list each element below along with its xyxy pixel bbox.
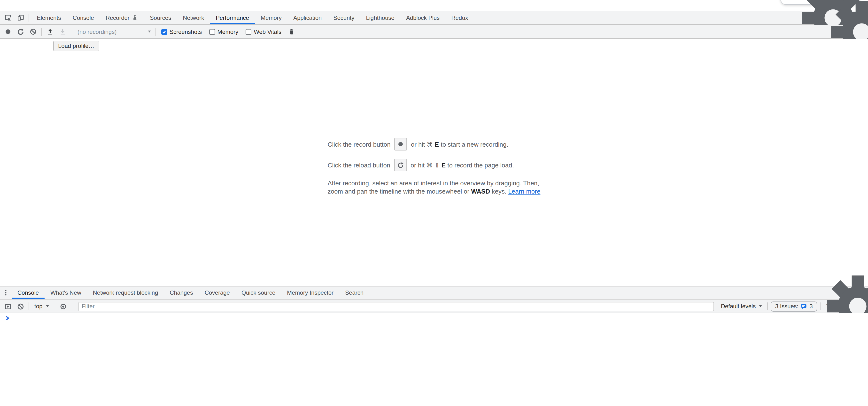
context-select-value: top: [34, 303, 42, 310]
tab-memory-inspector[interactable]: Memory Inspector: [281, 286, 339, 299]
divider: [29, 302, 29, 310]
tab-label: Changes: [170, 290, 193, 296]
tab-network-request-blocking[interactable]: Network request blocking: [87, 286, 164, 299]
tab-changes[interactable]: Changes: [164, 286, 199, 299]
tab-performance[interactable]: Performance: [210, 11, 255, 24]
drawer-tabbar: ConsoleWhat's NewNetwork request blockin…: [0, 286, 868, 300]
load-profile-button[interactable]: [43, 25, 56, 38]
performance-landing: Click the record button or hit ⌘ E to st…: [328, 138, 540, 196]
live-expression-button[interactable]: [57, 300, 69, 313]
checkbox-label: Memory: [217, 28, 238, 35]
tab-label: Network request blocking: [93, 290, 158, 296]
tab-application[interactable]: Application: [287, 11, 328, 24]
tab-label: Security: [333, 14, 354, 21]
tab-label: Memory Inspector: [287, 290, 334, 296]
tab-quick-source[interactable]: Quick source: [236, 286, 281, 299]
tab-label: Application: [293, 14, 321, 21]
tab-label: Sources: [150, 14, 171, 21]
block-icon: [29, 28, 37, 35]
performance-panel-content: Click the record button or hit ⌘ E to st…: [0, 39, 868, 286]
divider: [71, 302, 72, 310]
drawer-menu-button[interactable]: [0, 286, 11, 299]
eye-icon: [60, 303, 67, 310]
tooltip-text: Load profile…: [58, 42, 94, 49]
tab-label: Lighthouse: [366, 14, 394, 21]
tab-console[interactable]: Console: [11, 286, 44, 299]
tab-network[interactable]: Network: [177, 11, 210, 24]
tab-memory[interactable]: Memory: [255, 11, 287, 24]
learn-more-link[interactable]: Learn more: [508, 188, 540, 195]
execution-context-select[interactable]: top: [31, 301, 53, 312]
record-instruction-line: Click the record button or hit ⌘ E to st…: [328, 138, 540, 150]
divider: [41, 28, 42, 36]
chevron-down-icon: [147, 30, 152, 34]
recordings-select[interactable]: (no recordings): [73, 26, 154, 37]
reload-and-record-button[interactable]: [14, 25, 27, 38]
tab-console[interactable]: Console: [67, 11, 100, 24]
checkbox-label: Screenshots: [169, 28, 202, 35]
tab-label: Console: [18, 290, 39, 296]
console-messages-area[interactable]: [0, 313, 868, 406]
gc-trash-button[interactable]: [285, 25, 298, 38]
main-tab-strip: ElementsConsoleRecorderSourcesNetworkPer…: [31, 11, 474, 24]
divider: [767, 302, 768, 310]
tab-label: Memory: [260, 14, 282, 21]
record-button-illustration[interactable]: [395, 138, 407, 150]
reload-button-illustration[interactable]: [394, 159, 407, 171]
tab-coverage[interactable]: Coverage: [199, 286, 236, 299]
clear-console-button[interactable]: [14, 300, 27, 313]
tab-sources[interactable]: Sources: [144, 11, 177, 24]
tab-security[interactable]: Security: [328, 11, 360, 24]
tab-elements[interactable]: Elements: [31, 11, 67, 24]
console-prompt-chevron-icon: [5, 315, 10, 321]
console-filter-input[interactable]: [78, 302, 714, 311]
reload-instruction-before: Click the reload button: [328, 161, 391, 169]
tab-recorder[interactable]: Recorder: [100, 11, 144, 24]
tab-label: Performance: [216, 14, 249, 21]
checkbox-checked-icon: [161, 29, 167, 35]
checkbox-memory[interactable]: Memory: [209, 28, 238, 35]
reload-instruction-line: Click the reload button or hit ⌘ ⇧ E to …: [328, 159, 540, 171]
save-profile-button[interactable]: [56, 25, 69, 38]
checkbox-web-vitals[interactable]: Web Vitals: [246, 28, 281, 35]
tab-lighthouse[interactable]: Lighthouse: [360, 11, 400, 24]
devtools-main-tabbar: ElementsConsoleRecorderSourcesNetworkPer…: [0, 11, 868, 25]
console-prompt[interactable]: [0, 313, 868, 321]
checkbox-screenshots[interactable]: Screenshots: [161, 28, 202, 35]
console-settings-button[interactable]: [851, 300, 864, 313]
upload-icon: [46, 28, 54, 35]
console-sidebar-toggle[interactable]: [1, 300, 14, 313]
recordings-select-value: (no recordings): [73, 28, 147, 35]
tab-redux[interactable]: Redux: [445, 11, 474, 24]
record-instruction-before: Click the record button: [328, 141, 391, 148]
divider: [155, 28, 156, 36]
device-toolbar-button[interactable]: [14, 11, 27, 24]
record-instruction-after: or hit ⌘ E to start a new recording.: [411, 141, 508, 148]
tab-search[interactable]: Search: [339, 286, 369, 299]
inspect-element-button[interactable]: [1, 11, 14, 24]
devtools-window: ElementsConsoleRecorderSourcesNetworkPer…: [0, 0, 868, 406]
divider: [55, 302, 55, 310]
capture-settings-button[interactable]: [856, 25, 868, 38]
tab-label: Coverage: [205, 290, 230, 296]
drawer-tab-strip: ConsoleWhat's NewNetwork request blockin…: [11, 286, 369, 299]
performance-toolbar: (no recordings) ScreenshotsMemoryWeb Vit…: [0, 25, 868, 39]
tab-label: What's New: [51, 290, 81, 296]
inspect-cursor-icon: [4, 14, 11, 21]
tab-label: Network: [183, 14, 204, 21]
sidebar-panel-icon: [4, 303, 11, 310]
reload-icon: [17, 28, 24, 35]
tab-label: Adblock Plus: [406, 14, 440, 21]
trash-icon: [288, 28, 295, 35]
tab-label: Search: [345, 290, 364, 296]
checkbox-label: Web Vitals: [254, 28, 281, 35]
tab-adblock-plus[interactable]: Adblock Plus: [400, 11, 445, 24]
reload-instruction-after: or hit ⌘ ⇧ E to record the page load.: [410, 161, 514, 169]
log-levels-select[interactable]: Default levels: [718, 301, 765, 312]
console-toolbar: top Default levels 3 Issues: 3 1 hidden: [0, 300, 868, 313]
load-profile-tooltip: Load profile…: [53, 41, 99, 51]
clear-button[interactable]: [27, 25, 39, 38]
tab-what-s-new[interactable]: What's New: [44, 286, 87, 299]
record-circle-icon: [5, 29, 11, 35]
record-button[interactable]: [1, 25, 14, 38]
